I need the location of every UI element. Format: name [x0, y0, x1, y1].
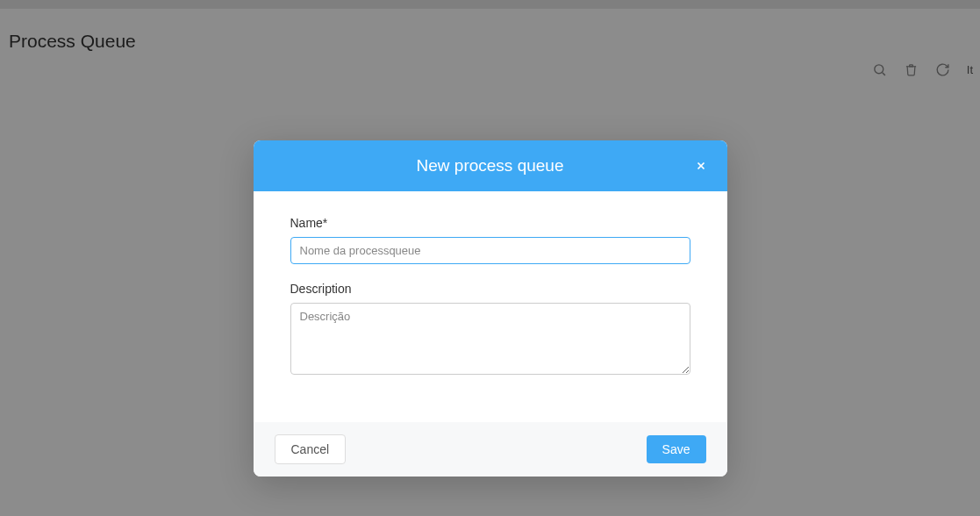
- modal-footer: Cancel Save: [254, 422, 727, 477]
- modal-title: New process queue: [417, 156, 564, 176]
- cancel-button[interactable]: Cancel: [275, 434, 347, 464]
- modal-body: Name* Description: [254, 191, 727, 422]
- save-button[interactable]: Save: [647, 435, 706, 463]
- form-group-name: Name*: [290, 216, 690, 264]
- name-input[interactable]: [290, 237, 690, 264]
- modal-overlay: New process queue Name* Description Canc…: [0, 0, 980, 516]
- form-group-description: Description: [290, 282, 690, 378]
- close-icon[interactable]: [694, 159, 708, 173]
- name-label: Name*: [290, 216, 690, 230]
- description-input[interactable]: [290, 303, 690, 375]
- modal-header: New process queue: [254, 140, 727, 191]
- description-label: Description: [290, 282, 690, 296]
- modal-new-process-queue: New process queue Name* Description Canc…: [254, 140, 727, 477]
